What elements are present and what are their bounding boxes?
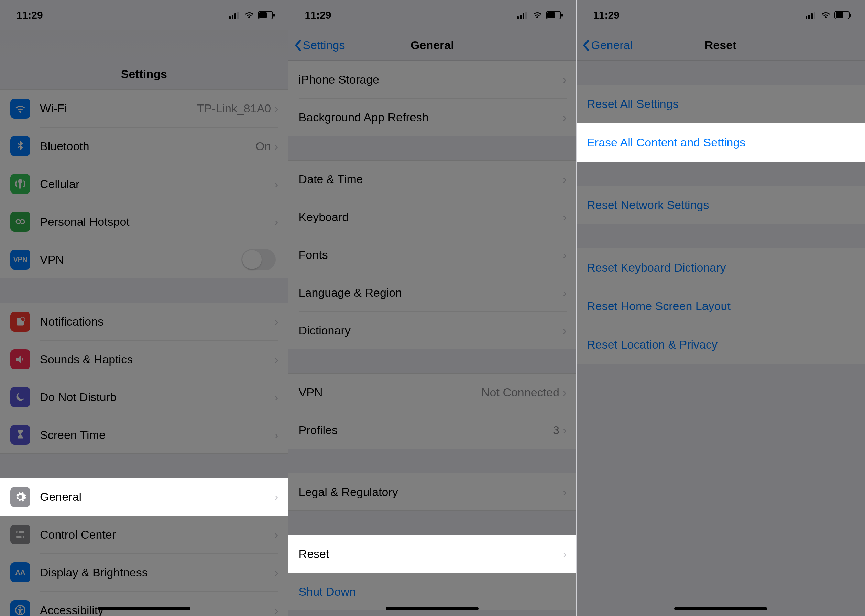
- switches-icon: [10, 525, 30, 545]
- back-button[interactable]: Settings: [294, 39, 345, 52]
- row-reset-home[interactable]: Reset Home Screen Layout: [577, 287, 865, 325]
- svg-rect-30: [808, 15, 810, 19]
- label: Control Center: [40, 528, 274, 541]
- settings-screen: 11:29 Settings Wi-FiTP-Link_81A0› Blueto…: [0, 0, 288, 616]
- status-icons: [517, 11, 563, 19]
- label: Keyboard: [299, 211, 563, 224]
- group-g0: iPhone Storage› Background App Refresh›: [288, 61, 577, 136]
- svg-point-16: [19, 607, 21, 609]
- chevron-icon: ›: [274, 353, 278, 366]
- navbar-settings: Settings: [0, 59, 288, 90]
- svg-rect-3: [237, 12, 239, 19]
- label: Sounds & Haptics: [40, 353, 274, 366]
- row-erase-all[interactable]: Erase All Content and Settings: [577, 123, 865, 162]
- chevron-icon: ›: [274, 603, 278, 616]
- svg-rect-29: [805, 16, 807, 19]
- group-g3: Legal & Regulatory›: [288, 473, 577, 511]
- row-cellular[interactable]: Cellular›: [0, 165, 288, 203]
- row-dictionary[interactable]: Dictionary›: [288, 311, 577, 349]
- vpn-icon: VPN: [10, 250, 30, 269]
- row-control-center[interactable]: Control Center›: [0, 515, 288, 553]
- value: TP-Link_81A0: [197, 102, 271, 115]
- spacer: [577, 61, 865, 85]
- chevron-icon: ›: [563, 111, 566, 124]
- hourglass-icon: [10, 425, 30, 445]
- row-display[interactable]: AA Display & Brightness›: [0, 553, 288, 591]
- svg-rect-28: [561, 14, 563, 17]
- label: Shut Down: [299, 585, 567, 599]
- row-notifications[interactable]: Notifications›: [0, 303, 288, 340]
- label: Display & Brightness: [40, 566, 274, 579]
- group-general: General› Control Center› AA Display & Br…: [0, 478, 288, 616]
- spacer: [577, 224, 865, 248]
- wifi-status-icon: [532, 11, 543, 19]
- row-storage[interactable]: iPhone Storage›: [288, 61, 577, 98]
- status-bar: 11:29: [577, 0, 865, 30]
- chevron-icon: ›: [274, 215, 278, 229]
- antenna-icon: [10, 174, 30, 194]
- row-accessibility[interactable]: Accessibility›: [0, 591, 288, 616]
- chevron-icon: ›: [563, 211, 566, 224]
- vpn-toggle[interactable]: [241, 249, 276, 270]
- row-bluetooth[interactable]: BluetoothOn›: [0, 127, 288, 165]
- row-dnd[interactable]: Do Not Disturb›: [0, 378, 288, 416]
- row-screen-time[interactable]: Screen Time›: [0, 416, 288, 454]
- hotspot-icon: [10, 212, 30, 232]
- row-sounds[interactable]: Sounds & Haptics›: [0, 340, 288, 378]
- row-reset-all[interactable]: Reset All Settings: [577, 85, 865, 123]
- svg-rect-2: [234, 13, 236, 19]
- navbar-general: Settings General: [288, 30, 577, 61]
- spacer: [577, 162, 865, 185]
- row-shutdown[interactable]: Shut Down: [288, 573, 577, 611]
- group-g1: Date & Time› Keyboard› Fonts› Language &…: [288, 160, 577, 349]
- row-keyboard[interactable]: Keyboard›: [288, 198, 577, 236]
- svg-rect-34: [836, 13, 843, 18]
- speaker-icon: [10, 349, 30, 369]
- row-profiles[interactable]: Profiles3›: [288, 411, 577, 449]
- label: Personal Hotspot: [40, 215, 274, 229]
- back-button[interactable]: General: [582, 39, 632, 52]
- row-vpn2[interactable]: VPNNot Connected›: [288, 373, 577, 411]
- status-bar: 11:29: [288, 0, 577, 30]
- status-time: 11:29: [593, 9, 620, 21]
- spacer: [0, 278, 288, 303]
- label: Reset All Settings: [587, 97, 678, 111]
- row-reset-network[interactable]: Reset Network Settings: [577, 185, 865, 224]
- svg-rect-6: [273, 14, 275, 17]
- row-language[interactable]: Language & Region›: [288, 273, 577, 311]
- status-time: 11:29: [305, 9, 332, 21]
- group-connectivity: Wi-FiTP-Link_81A0› BluetoothOn› Cellular…: [0, 90, 288, 278]
- row-general[interactable]: General›: [0, 478, 288, 515]
- cellular-icon: [229, 11, 241, 19]
- value: 3: [553, 423, 559, 437]
- battery-icon: [258, 11, 275, 19]
- general-screen: 11:29 Settings General iPhone Storage› B…: [288, 0, 577, 616]
- row-fonts[interactable]: Fonts›: [288, 236, 577, 273]
- row-bg-refresh[interactable]: Background App Refresh›: [288, 98, 577, 136]
- row-reset-location[interactable]: Reset Location & Privacy: [577, 325, 865, 364]
- row-vpn[interactable]: VPN VPN: [0, 240, 288, 278]
- page-title: Reset: [705, 39, 737, 52]
- row-reset-keyboard[interactable]: Reset Keyboard Dictionary: [577, 248, 865, 287]
- label: Reset Home Screen Layout: [587, 299, 731, 313]
- value: Not Connected: [481, 386, 559, 399]
- label: Bluetooth: [40, 140, 255, 153]
- home-indicator[interactable]: [674, 607, 767, 611]
- chevron-icon: ›: [563, 73, 566, 86]
- chevron-icon: ›: [563, 173, 566, 186]
- row-hotspot[interactable]: Personal Hotspot›: [0, 203, 288, 240]
- row-date-time[interactable]: Date & Time›: [288, 160, 577, 198]
- label: VPN: [299, 386, 481, 399]
- chevron-icon: ›: [274, 391, 278, 404]
- svg-rect-27: [547, 13, 555, 18]
- svg-rect-31: [811, 13, 813, 19]
- group-alerts: Notifications› Sounds & Haptics› Do Not …: [0, 303, 288, 454]
- row-legal[interactable]: Legal & Regulatory›: [288, 473, 577, 511]
- chevron-icon: ›: [563, 547, 566, 561]
- row-reset[interactable]: Reset›: [288, 535, 577, 573]
- svg-rect-25: [525, 12, 527, 19]
- page-title: General: [410, 39, 454, 52]
- row-wifi[interactable]: Wi-FiTP-Link_81A0›: [0, 90, 288, 127]
- home-indicator[interactable]: [98, 607, 190, 611]
- home-indicator[interactable]: [386, 607, 478, 611]
